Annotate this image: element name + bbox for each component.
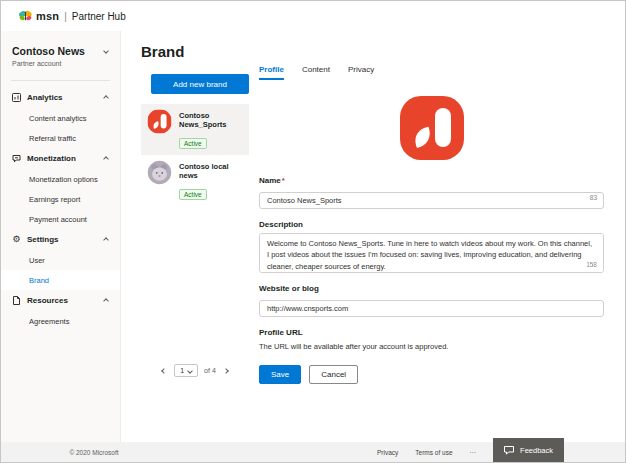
required-asterisk: * [282,176,285,185]
tab-profile[interactable]: Profile [259,65,284,80]
account-name: Contoso News [12,45,109,57]
brand-list-item[interactable]: Contoso News_Sports Active [141,104,249,155]
brand-logo-large [400,96,464,160]
sidebar-divider [11,80,110,81]
current-page: 1 [180,367,184,374]
footer-links: Privacy Terms of use ··· [377,449,476,456]
chevron-up-icon[interactable] [103,156,109,162]
name-field-wrap: 83 [259,189,604,209]
brand-logo-sports [147,109,172,134]
previous-page-button[interactable] [160,365,168,376]
account-switcher[interactable]: Contoso News Partner account [1,45,120,67]
more-menu-button[interactable]: ··· [470,449,477,456]
page-total: of 4 [204,367,216,374]
brand-item-name: Contoso local news [179,162,243,180]
sidebar-section-analytics[interactable]: Analytics [1,87,120,108]
privacy-link[interactable]: Privacy [377,449,398,456]
website-input[interactable] [259,300,604,317]
main-content: Brand Add new brand Contoso News_Sports … [121,31,625,442]
sidebar-item-agreements[interactable]: Agreements [1,311,120,331]
description-textarea[interactable] [259,233,604,273]
name-input[interactable] [259,192,604,209]
footer: © 2020 Microsoft Privacy Terms of use ··… [1,442,625,462]
feedback-button[interactable]: Feedback [493,438,564,462]
sidebar-section-label: Monetization [27,154,76,163]
website-field-wrap [259,297,604,317]
sidebar-section-label: Analytics [27,93,63,102]
profile-url-help-text: The URL will be available after your acc… [259,342,604,351]
brand-logo-local-news [147,160,172,185]
chevron-up-icon[interactable] [103,95,109,101]
sidebar-item-earnings-report[interactable]: Earnings report [1,189,120,209]
money-chat-icon [12,154,21,163]
copyright-text: © 2020 Microsoft [1,449,187,456]
page-number-select[interactable]: 1 [174,364,198,377]
cancel-button[interactable]: Cancel [309,365,358,384]
sidebar-item-payment-account[interactable]: Payment account [1,209,120,229]
pagination: 1 of 4 [141,364,249,377]
sidebar-section-settings[interactable]: ⚙ Settings [1,229,120,250]
description-field-label: Description [259,220,604,229]
product-title: Partner Hub [72,11,126,22]
tab-content[interactable]: Content [302,65,330,80]
header-separator: | [64,11,67,22]
sidebar: Contoso News Partner account Analytics C… [1,31,121,442]
form-actions: Save Cancel [259,365,604,384]
document-icon [12,296,21,305]
account-type: Partner account [12,60,109,67]
app-header: msn | Partner Hub [1,1,625,31]
msn-butterfly-icon [18,10,33,22]
sidebar-section-resources[interactable]: Resources [1,290,120,311]
terms-of-use-link[interactable]: Terms of use [415,449,452,456]
status-badge: Active [179,189,207,200]
chevron-up-icon[interactable] [103,298,109,304]
sidebar-item-monetization-options[interactable]: Monetization options [1,169,120,189]
add-new-brand-button[interactable]: Add new brand [151,74,249,94]
brand-list-panel: Brand Add new brand Contoso News_Sports … [121,31,249,442]
next-page-button[interactable] [222,365,230,376]
tab-privacy[interactable]: Privacy [348,65,374,80]
page-title: Brand [141,43,249,60]
name-label-text: Name [259,176,281,185]
gear-icon: ⚙ [12,235,21,244]
sidebar-section-label: Resources [27,296,68,305]
name-field-label: Name* [259,176,604,185]
feedback-chat-icon [504,446,514,455]
sidebar-item-user[interactable]: User [1,250,120,270]
sidebar-item-brand[interactable]: Brand [1,270,120,290]
sidebar-section-monetization[interactable]: Monetization [1,148,120,169]
sidebar-item-referral-traffic[interactable]: Referral traffic [1,128,120,148]
msn-wordmark: msn [36,10,59,22]
website-field-label: Website or blog [259,284,604,293]
status-badge: Active [179,138,207,149]
chevron-up-icon[interactable] [103,237,109,243]
save-button[interactable]: Save [259,365,301,384]
chevron-down-icon [187,368,193,374]
sidebar-item-content-analytics[interactable]: Content analytics [1,108,120,128]
description-field-wrap: 158 [259,233,604,273]
sidebar-section-label: Settings [27,235,59,244]
profile-url-label: Profile URL [259,328,604,337]
brand-list-item[interactable]: Contoso local news Active [141,155,249,206]
brand-item-name: Contoso News_Sports [179,111,243,129]
profile-tabs: Profile Content Privacy [259,65,604,80]
poll-icon [12,93,21,102]
feedback-button-label: Feedback [520,446,553,455]
brand-profile-panel: Profile Content Privacy Name* 83 Descrip… [249,31,625,442]
partner-hub-window: msn | Partner Hub Contoso News Partner a… [0,0,626,463]
